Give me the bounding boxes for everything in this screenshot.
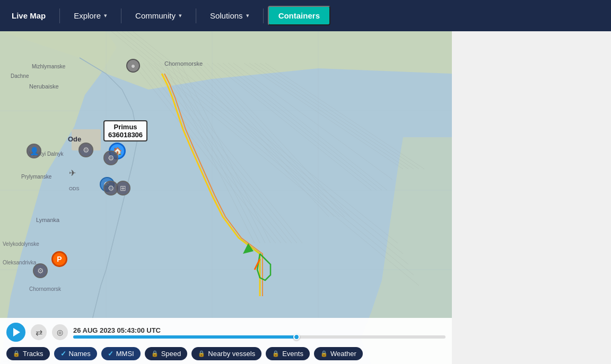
map-container[interactable]: Nerubaiske Dachnе Mizhlymanske Ode Velyk…	[0, 31, 452, 364]
svg-text:Chornomorske: Chornomorske	[164, 60, 203, 67]
names-label: Names	[69, 350, 91, 358]
nav-explore-label: Explore	[74, 11, 101, 20]
speed-lock-icon: 🔒	[151, 350, 159, 357]
nearby-lock-icon: 🔒	[198, 350, 205, 357]
svg-text:Mizhlymanske: Mizhlymanske	[32, 64, 66, 69]
vessel-marker-gear-5[interactable]: ⊞	[116, 181, 130, 196]
bottom-controls: ⇄ ◎ 26 AUG 2023 05:43:00 UTC 🔒 Tracks ✓ …	[0, 318, 452, 364]
timestamp-label: 26 AUG 2023 05:43:00 UTC	[73, 326, 446, 334]
filter-speed[interactable]: 🔒 Speed	[145, 347, 188, 360]
nav-divider-2	[121, 8, 121, 23]
svg-text:Chornomorsk: Chornomorsk	[29, 286, 62, 292]
nav-live-map-label: Live Map	[12, 11, 46, 20]
filter-weather[interactable]: 🔒 Weather	[314, 347, 363, 360]
svg-text:Ode: Ode	[68, 135, 81, 143]
nav-community-chevron: ▾	[179, 12, 182, 19]
filter-names[interactable]: ✓ Names	[54, 347, 97, 360]
nav-community-label: Community	[135, 11, 176, 20]
nav-live-map[interactable]: Live Map	[0, 0, 57, 31]
speed-label: Speed	[161, 350, 181, 358]
svg-text:Nerubaiske: Nerubaiske	[29, 83, 59, 90]
tracks-label: Tracks	[23, 350, 43, 358]
nav-explore-chevron: ▾	[104, 12, 107, 19]
nav-divider-3	[196, 8, 196, 23]
right-panel	[452, 31, 611, 364]
vessel-marker-orange[interactable]: P	[51, 251, 67, 267]
play-button[interactable]	[6, 323, 25, 342]
filter-row: 🔒 Tracks ✓ Names ✓ MMSI 🔒 Speed 🔒 Nearby…	[0, 345, 452, 362]
playback-row: ⇄ ◎ 26 AUG 2023 05:43:00 UTC	[0, 319, 452, 345]
weather-label: Weather	[330, 350, 356, 358]
svg-text:ODS: ODS	[69, 186, 80, 191]
filter-nearby[interactable]: 🔒 Nearby vessels	[191, 347, 261, 360]
svg-text:Prylymanske: Prylymanske	[21, 174, 52, 180]
svg-text:Dachnе: Dachnе	[11, 73, 29, 79]
map-background: Nerubaiske Dachnе Mizhlymanske Ode Velyk…	[0, 31, 452, 364]
filter-events[interactable]: 🔒 Events	[266, 347, 310, 360]
vessel-marker-gear-2[interactable]: ⚙	[103, 150, 118, 165]
names-check-icon: ✓	[60, 350, 66, 358]
nav-divider-4	[263, 8, 264, 23]
nav-containers-button[interactable]: Containers	[268, 6, 330, 25]
play-icon	[13, 328, 20, 336]
nearby-label: Nearby vessels	[208, 350, 255, 358]
tracks-lock-icon: 🔒	[13, 350, 20, 357]
speedometer-button[interactable]: ◎	[52, 324, 68, 340]
rewind-button[interactable]: ⇄	[31, 324, 47, 340]
progress-track[interactable]	[73, 335, 446, 339]
nav-solutions[interactable]: Solutions ▾	[198, 0, 261, 31]
vessel-marker-top[interactable]: ●	[126, 59, 140, 73]
progress-fill	[73, 335, 296, 339]
vessel-marker-plane[interactable]: ✈	[69, 168, 76, 178]
vessel-marker-gear-6[interactable]: ⚙	[33, 263, 48, 278]
filter-tracks[interactable]: 🔒 Tracks	[6, 347, 50, 360]
weather-lock-icon: 🔒	[320, 350, 328, 357]
mmsi-label: MMSI	[116, 350, 134, 358]
filter-mmsi[interactable]: ✓ MMSI	[101, 347, 141, 360]
nav-explore[interactable]: Explore ▾	[62, 0, 119, 31]
mmsi-check-icon: ✓	[108, 350, 114, 358]
vessel-name: Primus	[114, 123, 137, 131]
vessel-popup[interactable]: Primus 636018306 🏠	[103, 120, 147, 141]
vessel-marker-person-1[interactable]: 👤	[27, 144, 41, 158]
nav-solutions-chevron: ▾	[246, 12, 249, 19]
vessel-marker-gear-1[interactable]: ⚙	[78, 143, 93, 157]
nav-community[interactable]: Community ▾	[124, 0, 194, 31]
events-label: Events	[282, 350, 303, 358]
events-lock-icon: 🔒	[272, 350, 280, 357]
nav-solutions-label: Solutions	[210, 11, 243, 20]
svg-text:Oleksandrivka: Oleksandrivka	[3, 260, 37, 265]
vessel-mmsi: 636018306	[108, 131, 143, 139]
progress-thumb	[293, 334, 300, 340]
svg-text:Velykodolynske: Velykodolynske	[3, 241, 39, 247]
nav-divider-1	[59, 8, 60, 23]
navbar: Live Map Explore ▾ Community ▾ Solutions…	[0, 0, 611, 31]
timeline-bar: 26 AUG 2023 05:43:00 UTC	[73, 326, 446, 339]
svg-text:Lymanka: Lymanka	[36, 217, 60, 223]
